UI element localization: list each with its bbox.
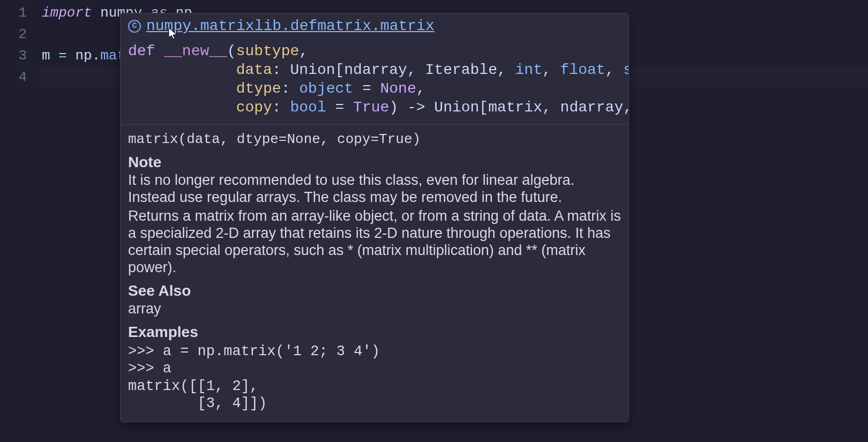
sig-type: ndarray — [344, 62, 407, 78]
sig-colon: : — [281, 80, 300, 97]
sig-type: , Iterable, — [407, 62, 515, 78]
sig-param: data — [236, 62, 272, 78]
line-number: 2 — [0, 24, 27, 45]
documentation-popup[interactable]: C numpy.matrixlib.defmatrix.matrix def _… — [120, 13, 629, 422]
sig-param: copy — [236, 99, 272, 116]
example-line: matrix([[1, 2], — [128, 378, 258, 394]
keyword-import: import — [42, 5, 92, 21]
sig-type: , — [542, 62, 560, 78]
sig-indent — [128, 80, 236, 97]
line-number: 4 — [0, 66, 27, 88]
sig-eq: = — [353, 80, 380, 97]
seealso-item: array — [128, 301, 621, 318]
seealso-heading: See Also — [128, 282, 621, 299]
symbol-link[interactable]: numpy.matrixlib.defmatrix.matrix — [146, 18, 435, 34]
sig-fn-name: __new__ — [164, 43, 227, 59]
sig-param: dtype — [236, 80, 281, 97]
example-line: >>> a = np.matrix('1 2; 3 4') — [128, 343, 380, 359]
sig-return-type: Union[matrix, ndarray, — [434, 99, 629, 116]
line-number: 3 — [0, 45, 27, 66]
class-icon-letter: C — [132, 21, 137, 31]
sig-param: subtype — [236, 43, 300, 59]
line-number: 1 — [0, 2, 27, 24]
sig-type: Union[ — [290, 62, 344, 78]
doc-body[interactable]: matrix(data, dtype=None, copy=True) Note… — [121, 125, 628, 422]
example-block: >>> a = np.matrix('1 2; 3 4') >>> a matr… — [128, 343, 621, 413]
sig-indent — [128, 99, 236, 116]
doc-signature-line: matrix(data, dtype=None, copy=True) — [128, 131, 621, 148]
class-icon: C — [128, 20, 141, 33]
sig-builtin: object — [299, 80, 353, 97]
description-paragraph: Returns a matrix from an array-like obje… — [128, 208, 621, 276]
sig-colon: : — [272, 62, 290, 78]
sig-none: None — [380, 80, 416, 97]
sig-bool: True — [353, 99, 389, 116]
line-number-gutter: 1 2 3 4 — [0, 0, 40, 442]
sig-arrow: ) -> — [389, 99, 434, 116]
example-line: >>> a — [128, 361, 171, 377]
sig-comma: , — [416, 80, 425, 97]
object-name: np — [75, 48, 92, 64]
signature-block: def __new__(subtype, data: Union[ndarray… — [121, 36, 628, 125]
sig-colon: : — [272, 99, 290, 116]
sig-builtin: bool — [290, 99, 326, 116]
note-paragraph: It is no longer recommended to use this … — [128, 172, 621, 206]
dot: . — [92, 48, 101, 64]
sig-eq: = — [326, 99, 353, 116]
examples-heading: Examples — [128, 323, 621, 341]
sig-indent — [128, 62, 236, 78]
var-name: m — [42, 48, 50, 64]
example-line: [3, 4]]) — [128, 395, 267, 411]
sig-builtin: float — [560, 62, 605, 78]
popup-header: C numpy.matrixlib.defmatrix.matrix — [121, 13, 628, 36]
sig-type: , — [605, 62, 624, 78]
sig-paren: ( — [227, 43, 236, 59]
sig-def: def — [128, 43, 164, 59]
sig-comma: , — [299, 43, 308, 59]
note-heading: Note — [128, 153, 621, 171]
sig-builtin: str — [623, 62, 629, 78]
operator-eq: = — [58, 48, 67, 64]
sig-builtin: int — [515, 62, 542, 78]
